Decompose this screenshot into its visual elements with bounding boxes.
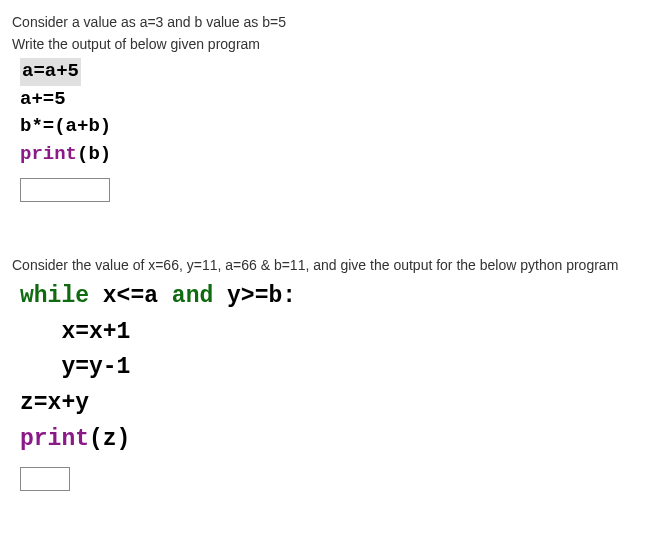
- q2-answer-input[interactable]: [20, 467, 70, 491]
- q1-prompt-line-1: Consider a value as a=3 and b value as b…: [12, 14, 643, 30]
- q1-code-line-3: b*=(a+b): [20, 113, 643, 141]
- q1-code-line-1: a=a+5: [20, 58, 643, 86]
- q1-code-line-2: a+=5: [20, 86, 643, 114]
- q2-code-line-2: x=x+1: [20, 315, 643, 351]
- q2-code-line-4: z=x+y: [20, 386, 643, 422]
- q2-code-line-3: y=y-1: [20, 350, 643, 386]
- q1-answer-input[interactable]: [20, 178, 110, 202]
- q2-prompt-line-1: Consider the value of x=66, y=11, a=66 &…: [12, 257, 643, 273]
- q1-code-line-4: print(b): [20, 141, 643, 169]
- q2-code-line-1: while x<=a and y>=b:: [20, 279, 643, 315]
- q2-code-block: while x<=a and y>=b: x=x+1 y=y-1 z=x+y p…: [12, 279, 643, 457]
- q1-code-block: a=a+5 a+=5 b*=(a+b) print(b): [12, 58, 643, 168]
- q2-code-line-5: print(z): [20, 422, 643, 458]
- question-2: Consider the value of x=66, y=11, a=66 &…: [0, 228, 655, 510]
- q1-prompt-line-2: Write the output of below given program: [12, 36, 643, 52]
- question-1: Consider a value as a=3 and b value as b…: [0, 0, 655, 228]
